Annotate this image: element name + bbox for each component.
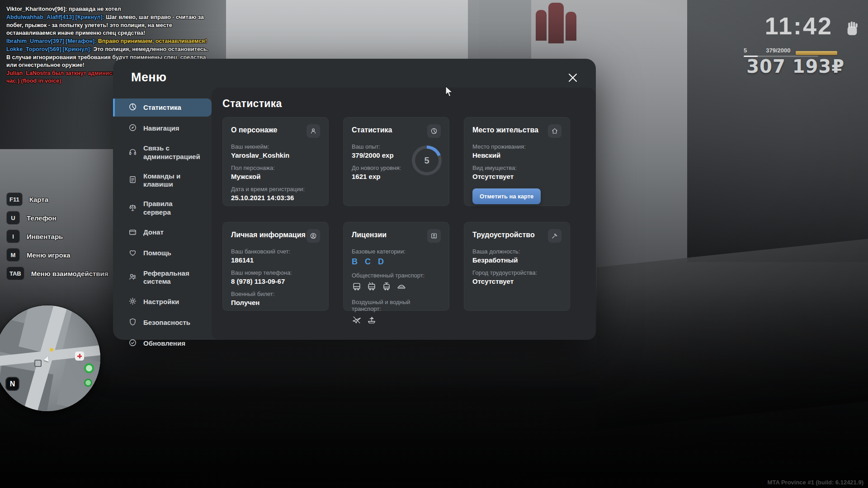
north-indicator: N bbox=[5, 377, 19, 391]
chat-line: Abdulwahhab_Alafif[413] [Крикнул]: Шаг в… bbox=[6, 14, 211, 37]
minimap-circle bbox=[0, 305, 100, 411]
content-heading: Статистика bbox=[222, 98, 585, 110]
hammer-icon bbox=[548, 229, 561, 243]
sidebar-item-label: Правила сервера bbox=[143, 200, 200, 217]
field-value: Yaroslav_Koshkin bbox=[231, 151, 320, 159]
close-icon bbox=[567, 72, 578, 84]
keybind-row: U Телефон bbox=[6, 211, 108, 225]
sidebar-item-settings[interactable]: Настройки bbox=[113, 293, 212, 311]
sidebar-item-label: Донат bbox=[143, 228, 164, 237]
mark-on-map-button[interactable]: Отметить на карте bbox=[472, 188, 541, 204]
build-info: MTA Province #1 (build: 6.12421.9) bbox=[768, 479, 863, 486]
chat-sender: Abdulwahhab_Alafif[413] [Крикнул]: bbox=[6, 14, 106, 20]
pie-chart-icon bbox=[427, 124, 441, 138]
chat-line: Viktor_Kharitonov[96]: прававда не хотел bbox=[6, 5, 211, 13]
keybind-label: Меню взаимодействия bbox=[31, 270, 108, 277]
keybind-label: Меню игрока bbox=[27, 251, 71, 259]
field-value: 25.10.2021 14:03:36 bbox=[231, 194, 320, 202]
sidebar-item-navigation[interactable]: Навигация bbox=[113, 119, 212, 137]
fist-icon bbox=[844, 19, 861, 42]
card-title: Место жительства bbox=[472, 124, 538, 134]
boat-icon bbox=[367, 315, 377, 327]
close-button[interactable] bbox=[565, 70, 580, 86]
field-label: Ваш номер телефона: bbox=[231, 269, 320, 276]
sidebar-item-admin-contact[interactable]: Связь с администрацией bbox=[113, 140, 212, 165]
background-cathedral bbox=[566, 12, 576, 41]
public-transport-icons bbox=[352, 282, 441, 293]
field-value: Невский bbox=[472, 151, 561, 159]
menu-title: Меню bbox=[131, 70, 166, 84]
sidebar-item-statistics[interactable]: Статистика bbox=[113, 99, 212, 117]
check-circle-icon bbox=[128, 338, 137, 348]
keycap-u: U bbox=[6, 211, 20, 225]
keybind-label: Инвентарь bbox=[27, 233, 63, 240]
sidebar-item-label: Настройки bbox=[143, 298, 179, 306]
sidebar-item-help[interactable]: Помощь bbox=[113, 244, 212, 263]
keybind-row: F11 Карта bbox=[6, 192, 108, 206]
sidebar-item-label: Связь с администрацией bbox=[143, 144, 200, 161]
chat-message: Вправо принимаем, останавливаемся! bbox=[98, 38, 207, 44]
keycap-tab: TAB bbox=[6, 267, 24, 280]
field-value: Мужской bbox=[231, 173, 320, 180]
field-label: Ваш опыт: bbox=[352, 143, 415, 150]
scales-icon bbox=[128, 203, 137, 213]
hospital-marker-icon bbox=[75, 352, 84, 361]
license-categories: B C D bbox=[352, 257, 441, 267]
field-label: Дата и время регистрации: bbox=[231, 186, 320, 192]
license-category-b: B bbox=[352, 257, 358, 267]
minimap: N bbox=[0, 305, 100, 411]
sidebar-item-donate[interactable]: Донат bbox=[113, 224, 212, 242]
sidebar-item-label: Обновления bbox=[143, 339, 185, 348]
gear-icon bbox=[128, 297, 137, 307]
field-label: Ваш банковский счет: bbox=[231, 248, 320, 255]
chat-sender: Ibrahim_Umarov[397] [Мегафон]: bbox=[6, 38, 98, 44]
person-icon bbox=[307, 124, 320, 138]
menu-window: Меню Статистика Навигация Связь с админи… bbox=[113, 59, 596, 340]
heart-hands-icon bbox=[128, 249, 137, 258]
sidebar-item-label: Команды и клавиши bbox=[143, 172, 200, 189]
field-label: До нового уровня: bbox=[352, 164, 415, 171]
field-label: Воздушный и водный транспорт: bbox=[352, 299, 441, 312]
field-label: Пол персонажа: bbox=[231, 164, 320, 171]
person-circle-icon bbox=[307, 229, 320, 243]
money-value: 307 193₽ bbox=[746, 56, 844, 77]
menu-sidebar: Статистика Навигация Связь с администрац… bbox=[113, 99, 212, 352]
sidebar-item-label: Безопасность bbox=[143, 319, 190, 327]
trolleybus-icon bbox=[367, 282, 377, 293]
chat-message: Viktor_Kharitonov[96]: прававда не хотел bbox=[6, 6, 121, 12]
chat-sender: Lokke_Toporov[569] [Крикнул]: bbox=[6, 46, 93, 52]
field-label: Вид имущества: bbox=[472, 164, 561, 171]
background-road bbox=[597, 239, 868, 430]
sidebar-item-label: Статистика bbox=[143, 103, 181, 112]
card-licenses: Лицензии Базовые категории: B C D Общест… bbox=[343, 222, 449, 311]
card-title: Лицензии bbox=[352, 229, 387, 239]
sidebar-item-updates[interactable]: Обновления bbox=[113, 334, 212, 352]
field-value: Безработный bbox=[472, 256, 561, 264]
sidebar-item-commands[interactable]: Команды и клавиши bbox=[113, 168, 212, 193]
card-about-character: О персонаже Ваш никнейм: Yaroslav_Koshki… bbox=[222, 117, 329, 206]
sidebar-item-security[interactable]: Безопасность bbox=[113, 314, 212, 332]
card-residence: Место жительства Место проживания: Невск… bbox=[464, 117, 570, 206]
keybind-row: I Инвентарь bbox=[6, 230, 108, 243]
field-label: Ваш никнейм: bbox=[231, 143, 320, 150]
id-card-icon bbox=[427, 229, 441, 243]
gray-marker-icon bbox=[34, 360, 42, 367]
sidebar-item-label: Реферальная система bbox=[143, 269, 200, 286]
keycap-i: I bbox=[6, 230, 20, 243]
license-category-c: C bbox=[365, 257, 371, 267]
field-value: Получен bbox=[231, 299, 320, 306]
compass-icon bbox=[128, 123, 137, 133]
sidebar-item-referral[interactable]: Реферальная система bbox=[113, 265, 212, 291]
sidebar-item-label: Навигация bbox=[143, 124, 179, 133]
keycap-m: M bbox=[6, 248, 20, 262]
taxi-cap-icon bbox=[396, 282, 406, 293]
sidebar-item-server-rules[interactable]: Правила сервера bbox=[113, 196, 212, 221]
keycap-f11: F11 bbox=[6, 192, 23, 206]
card-title: Личная информация bbox=[231, 229, 306, 239]
shield-icon bbox=[128, 318, 137, 328]
bus-icon bbox=[352, 282, 362, 293]
field-value: 379/2000 exp bbox=[352, 151, 415, 159]
card-title: Трудоустройство bbox=[472, 229, 535, 239]
green-marker-icon bbox=[84, 363, 94, 373]
background-cathedral bbox=[548, 3, 564, 43]
